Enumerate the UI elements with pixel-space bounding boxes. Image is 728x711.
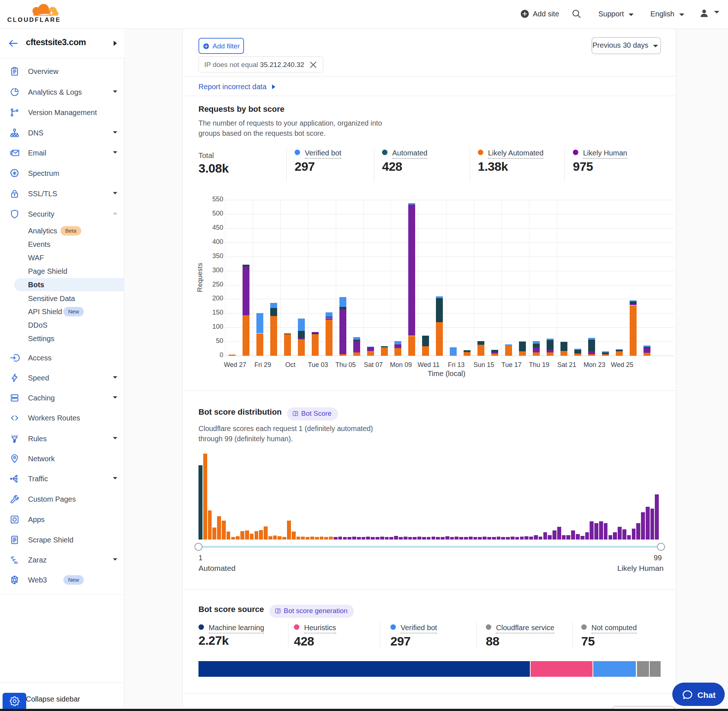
svg-text:CLOUDFLARE: CLOUDFLARE (7, 16, 61, 23)
